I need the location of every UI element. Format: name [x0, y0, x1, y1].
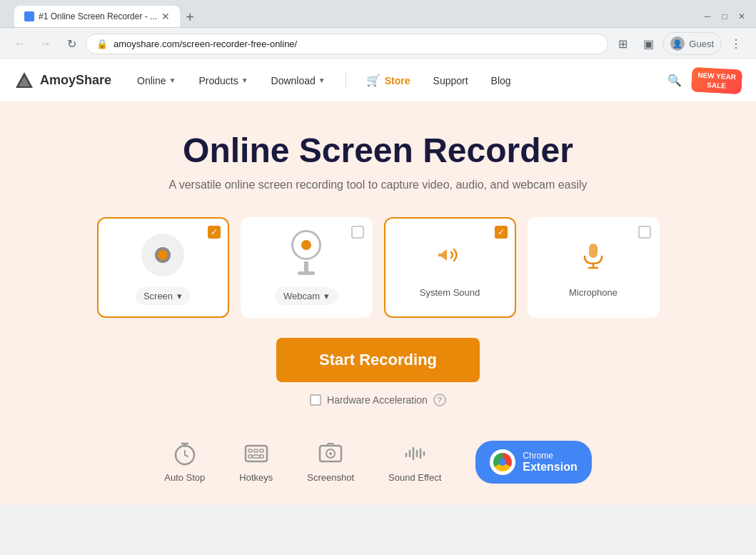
grid-button[interactable]: ⊞	[611, 32, 634, 55]
nav-item-download[interactable]: Download ▼	[263, 69, 334, 92]
option-card-screen[interactable]: ✓ Screen ▾	[97, 217, 229, 318]
nav-online-chevron: ▼	[169, 76, 176, 84]
lock-icon: 🔒	[96, 39, 108, 49]
nav-item-blog[interactable]: Blog	[483, 69, 520, 92]
tab-title: #1 Online Screen Recorder - ...	[39, 11, 157, 21]
system-sound-icon-wrap	[425, 230, 475, 280]
main-nav: AmoyShare Online ▼ Products ▼ Download ▼…	[0, 59, 756, 102]
webcam-label[interactable]: Webcam ▾	[275, 287, 338, 305]
chrome-logo	[490, 449, 515, 475]
screen-label-text: Screen	[143, 291, 173, 301]
feature-screenshot[interactable]: Screenshot	[307, 441, 354, 483]
tab-bar: #1 Online Screen Recorder - ... ✕ +	[9, 6, 206, 27]
feature-hotkeys[interactable]: Hotkeys	[239, 441, 273, 483]
hardware-acceleration-checkbox[interactable]	[310, 394, 321, 406]
logo[interactable]: AmoyShare	[14, 71, 111, 91]
screen-chevron: ▾	[177, 291, 182, 301]
webcam-stand	[304, 261, 308, 271]
webcam-head	[291, 230, 321, 260]
logo-text: AmoyShare	[40, 73, 111, 88]
svg-rect-9	[260, 449, 263, 452]
auto-stop-icon	[172, 441, 198, 466]
microphone-icon-wrap	[568, 230, 618, 280]
microphone-icon	[576, 238, 610, 272]
webcam-checkbox[interactable]	[351, 226, 364, 239]
forward-button[interactable]: →	[34, 32, 57, 55]
feature-sound-effect[interactable]: Sound Effect	[388, 441, 441, 483]
hardware-acceleration-row: Hardware Acceleration ?	[14, 394, 742, 406]
chrome-logo-inner	[493, 453, 512, 471]
help-icon[interactable]: ?	[433, 394, 446, 406]
recording-options: ✓ Screen ▾	[14, 217, 742, 318]
system-sound-checkbox[interactable]: ✓	[495, 226, 508, 239]
microphone-label: Microphone	[569, 287, 618, 298]
microphone-checkbox[interactable]	[638, 226, 651, 239]
new-tab-button[interactable]: +	[180, 7, 200, 27]
webcam-icon-wrap	[281, 230, 331, 280]
start-recording-button[interactable]: Start Recording	[276, 338, 480, 382]
svg-rect-11	[253, 455, 260, 458]
system-sound-icon	[433, 238, 467, 272]
title-bar: #1 Online Screen Recorder - ... ✕ + ─ □ …	[0, 0, 756, 27]
page-subtitle: A versatile online screen recording tool…	[14, 179, 742, 191]
tab-favicon	[24, 11, 34, 21]
option-card-system-sound[interactable]: ✓ System Sound	[384, 217, 516, 318]
badge-line1: NEW YEAR	[697, 70, 736, 81]
sidebar-button[interactable]: ▣	[637, 32, 660, 55]
active-tab[interactable]: #1 Online Screen Recorder - ... ✕	[14, 6, 180, 27]
nav-item-online[interactable]: Online ▼	[128, 69, 184, 92]
minimize-button[interactable]: ─	[702, 11, 713, 22]
chrome-extension-button[interactable]: Chrome Extension	[475, 441, 591, 484]
refresh-button[interactable]: ↻	[60, 32, 83, 55]
browser-frame: #1 Online Screen Recorder - ... ✕ + ─ □ …	[0, 0, 756, 59]
search-button[interactable]: 🔍	[663, 69, 686, 92]
screen-label[interactable]: Screen ▾	[135, 287, 191, 305]
nav-item-products[interactable]: Products ▼	[190, 69, 256, 92]
profile-button[interactable]: 👤 Guest	[662, 32, 722, 55]
hardware-acceleration-label: Hardware Acceleration	[327, 394, 428, 406]
main-content: Online Screen Recorder A versatile onlin…	[0, 102, 756, 505]
option-card-microphone[interactable]: Microphone	[528, 217, 660, 318]
svg-rect-10	[248, 455, 252, 458]
webcam-dot	[301, 240, 311, 250]
window-controls: ─ □ ✕	[702, 11, 747, 22]
nav-item-store[interactable]: 🛒 Store	[358, 68, 419, 93]
chrome-ext-text: Chrome Extension	[523, 451, 577, 474]
chrome-logo-center	[499, 459, 506, 466]
webcam-label-text: Webcam	[283, 291, 320, 301]
svg-rect-7	[248, 449, 252, 452]
nav-divider	[346, 72, 346, 89]
menu-button[interactable]: ⋮	[725, 32, 747, 55]
svg-rect-2	[589, 244, 598, 258]
nav-products-chevron: ▼	[241, 76, 248, 84]
address-bar[interactable]: 🔒 amoyshare.com/screen-recorder-free-onl…	[86, 34, 608, 54]
sound-effect-label: Sound Effect	[388, 472, 441, 483]
new-year-badge: NEW YEAR SALE	[691, 67, 742, 94]
nav-download-label: Download	[271, 75, 316, 86]
feature-auto-stop[interactable]: Auto Stop	[164, 441, 205, 483]
webcam-base	[298, 271, 315, 275]
nav-products-label: Products	[198, 75, 238, 86]
tab-close-button[interactable]: ✕	[161, 11, 170, 21]
hotkeys-label: Hotkeys	[239, 472, 273, 483]
back-button[interactable]: ←	[9, 32, 31, 55]
profile-label: Guest	[689, 39, 714, 49]
page-title: Online Screen Recorder	[14, 131, 742, 170]
browser-controls: ← → ↻ 🔒 amoyshare.com/screen-recorder-fr…	[0, 27, 756, 59]
close-button[interactable]: ✕	[736, 11, 747, 22]
nav-item-support[interactable]: Support	[425, 69, 477, 92]
webcam-chevron: ▾	[324, 291, 329, 301]
auto-stop-label: Auto Stop	[164, 472, 205, 483]
svg-point-15	[329, 452, 332, 455]
screen-icon-wrap	[138, 230, 188, 280]
maximize-button[interactable]: □	[719, 11, 730, 22]
logo-icon	[14, 71, 34, 91]
svg-rect-6	[246, 446, 267, 461]
screenshot-label: Screenshot	[307, 472, 354, 483]
option-card-webcam[interactable]: Webcam ▾	[241, 217, 373, 318]
screen-checkbox[interactable]: ✓	[208, 226, 221, 239]
address-text: amoyshare.com/screen-recorder-free-onlin…	[114, 39, 598, 49]
svg-rect-12	[260, 455, 263, 458]
screen-icon	[141, 234, 184, 276]
webcam-icon	[285, 230, 328, 280]
